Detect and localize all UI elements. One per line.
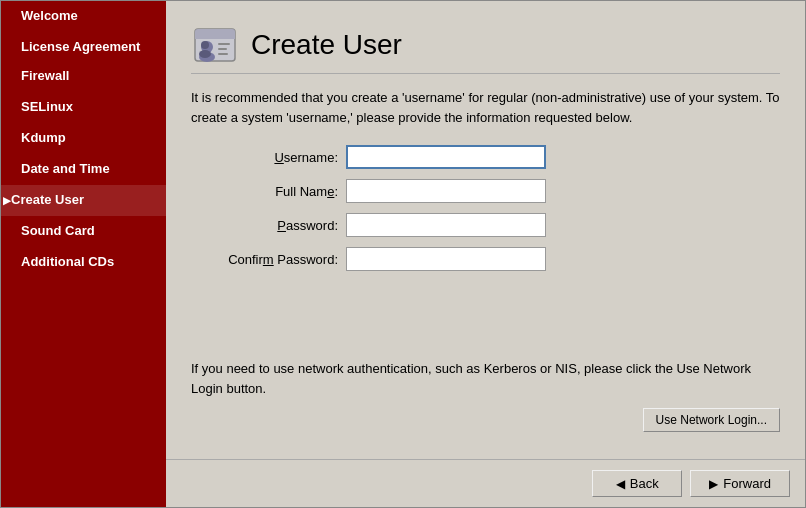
sidebar-item-label: Firewall xyxy=(21,68,69,83)
confirm-password-label: Confirm Password: xyxy=(191,252,346,267)
svg-point-8 xyxy=(201,41,209,49)
svg-point-9 xyxy=(199,50,211,58)
bottom-navigation: ◀ Back ▶ Forward xyxy=(166,459,805,507)
sidebar-item-label: SELinux xyxy=(21,99,73,114)
back-button[interactable]: ◀ Back xyxy=(592,470,682,497)
confirm-password-input[interactable] xyxy=(346,247,546,271)
username-input[interactable] xyxy=(346,145,546,169)
username-label: Username: xyxy=(191,150,346,165)
network-auth-section: If you need to use network authenticatio… xyxy=(191,359,780,432)
sidebar-item-welcome[interactable]: Welcome xyxy=(1,1,166,32)
confirm-password-row: Confirm Password: xyxy=(191,247,780,271)
fullname-label: Full Name: xyxy=(191,184,346,199)
sidebar: Welcome License Agreement Firewall SELin… xyxy=(1,1,166,507)
svg-rect-2 xyxy=(195,35,235,39)
sidebar-item-license[interactable]: License Agreement xyxy=(1,32,166,62)
page-header: Create User xyxy=(191,21,780,74)
back-label: Back xyxy=(630,476,659,491)
sidebar-item-selinux[interactable]: SELinux xyxy=(1,92,166,123)
password-label: Password: xyxy=(191,218,346,233)
create-user-form: Username: Full Name: Password: xyxy=(191,145,780,339)
sidebar-item-label: Kdump xyxy=(21,130,66,145)
sidebar-item-label: Date and Time xyxy=(21,161,110,176)
svg-rect-6 xyxy=(218,48,227,50)
sidebar-item-label: Sound Card xyxy=(21,223,95,238)
create-user-icon xyxy=(191,21,239,69)
page-title: Create User xyxy=(251,29,402,61)
network-login-button[interactable]: Use Network Login... xyxy=(643,408,780,432)
main-content: Create User It is recommended that you c… xyxy=(166,1,805,459)
fullname-input[interactable] xyxy=(346,179,546,203)
sidebar-item-firewall[interactable]: Firewall xyxy=(1,61,166,92)
username-row: Username: xyxy=(191,145,780,169)
fullname-row: Full Name: xyxy=(191,179,780,203)
svg-rect-5 xyxy=(218,43,230,45)
sidebar-item-datetime[interactable]: Date and Time xyxy=(1,154,166,185)
back-arrow-icon: ◀ xyxy=(616,477,625,491)
network-auth-text: If you need to use network authenticatio… xyxy=(191,359,780,398)
sidebar-item-label: Welcome xyxy=(21,8,78,23)
sidebar-item-label: License Agreement xyxy=(21,39,140,54)
forward-button[interactable]: ▶ Forward xyxy=(690,470,790,497)
svg-rect-7 xyxy=(218,53,228,55)
forward-label: Forward xyxy=(723,476,771,491)
password-row: Password: xyxy=(191,213,780,237)
sidebar-item-label: Create User xyxy=(11,192,84,207)
page-description: It is recommended that you create a 'use… xyxy=(191,88,780,127)
sidebar-item-soundcard[interactable]: Sound Card xyxy=(1,216,166,247)
forward-arrow-icon: ▶ xyxy=(709,477,718,491)
password-input[interactable] xyxy=(346,213,546,237)
sidebar-item-kdump[interactable]: Kdump xyxy=(1,123,166,154)
sidebar-item-label: Additional CDs xyxy=(21,254,114,269)
sidebar-item-additionalcds[interactable]: Additional CDs xyxy=(1,247,166,278)
sidebar-item-createuser[interactable]: Create User xyxy=(1,185,166,216)
